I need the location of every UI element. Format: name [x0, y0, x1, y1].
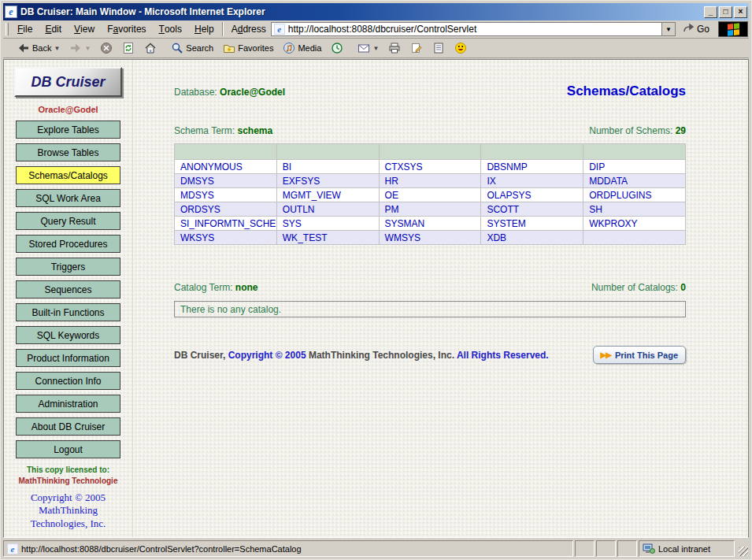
mail-icon: [357, 42, 370, 54]
sidebar-item-connection-info[interactable]: Connection Info: [16, 372, 120, 390]
schema-cell[interactable]: SI_INFORMTN_SCHEMA: [175, 217, 277, 231]
schema-cell[interactable]: DMSYS: [175, 174, 277, 188]
status-page-icon: e: [7, 543, 18, 554]
schema-cell[interactable]: WK_TEST: [276, 231, 379, 245]
schema-cell[interactable]: CTXSYS: [379, 160, 481, 174]
schema-cell[interactable]: OLAPSYS: [481, 188, 583, 202]
schema-cell[interactable]: SYS: [276, 217, 379, 231]
schema-cell[interactable]: SH: [583, 202, 686, 217]
menu-help[interactable]: Help: [188, 20, 220, 38]
search-button[interactable]: Search: [166, 39, 218, 57]
schema-term-label: Schema Term:: [174, 125, 235, 136]
menu-view[interactable]: View: [68, 20, 101, 38]
address-bar[interactable]: e http://localhost:8088/dbcruiser/Contro…: [271, 22, 676, 36]
schema-cell[interactable]: WKPROXY: [583, 217, 686, 231]
schema-cell[interactable]: ORDPLUGINS: [583, 188, 686, 202]
schema-cell[interactable]: HR: [379, 174, 481, 188]
home-button[interactable]: [139, 39, 161, 57]
toolbar-grip[interactable]: [6, 23, 9, 35]
sidebar-item-sequences[interactable]: Sequences: [16, 280, 120, 299]
schema-cell[interactable]: [583, 231, 686, 245]
stop-button[interactable]: [95, 39, 117, 57]
menu-tools[interactable]: Tools: [153, 20, 188, 38]
favorites-button[interactable]: Favorites: [218, 39, 278, 57]
menu-file[interactable]: File: [11, 20, 39, 38]
schema-cell[interactable]: EXFSYS: [276, 174, 379, 188]
menu-bar: File Edit View Favorites Tools Help Addr…: [3, 20, 749, 39]
back-button[interactable]: Back ▼: [13, 39, 65, 57]
footer-app-name: DB Cruiser,: [174, 350, 225, 361]
table-header-row: [175, 144, 686, 160]
minimize-button[interactable]: _: [704, 6, 717, 18]
media-button[interactable]: Media: [278, 39, 326, 57]
refresh-button[interactable]: [117, 39, 139, 57]
schema-term: Schema Term: schema: [174, 125, 272, 136]
status-url-pane: e http://localhost:8088/dbcruiser/Contro…: [3, 540, 573, 557]
schema-cell[interactable]: DIP: [583, 160, 686, 174]
sidebar-item-built-in-functions[interactable]: Built-in Functions: [16, 303, 120, 321]
print-button-toolbar[interactable]: [383, 39, 406, 57]
database-value: Oracle@Godel: [220, 87, 285, 98]
schema-cell[interactable]: MDSYS: [175, 188, 277, 202]
schema-cell[interactable]: ORDSYS: [175, 202, 277, 217]
edit-button[interactable]: [406, 39, 428, 57]
favorites-icon: [223, 42, 235, 54]
schema-cell[interactable]: SYSMAN: [379, 217, 481, 231]
media-label: Media: [298, 43, 321, 53]
forward-button[interactable]: ▼: [65, 39, 95, 57]
history-button[interactable]: [326, 39, 348, 57]
schema-cell[interactable]: DBSNMP: [481, 160, 583, 174]
navigation-toolbar: Back ▼ ▼ Search Favorites Media: [3, 39, 749, 58]
schema-cell[interactable]: MDDATA: [583, 174, 686, 188]
go-button[interactable]: Go: [676, 20, 717, 38]
mail-dropdown-icon[interactable]: ▼: [372, 45, 379, 52]
sidebar-item-administration[interactable]: Administration: [16, 395, 120, 413]
back-icon: [17, 42, 30, 54]
schema-cell[interactable]: SYSTEM: [481, 217, 583, 231]
sidebar-item-stored-procedures[interactable]: Stored Procedures: [16, 235, 120, 253]
schema-cell[interactable]: OUTLN: [276, 202, 379, 217]
sidebar-item-browse-tables[interactable]: Browse Tables: [16, 143, 120, 161]
back-dropdown-icon[interactable]: ▼: [54, 45, 60, 52]
sidebar-item-triggers[interactable]: Triggers: [16, 258, 120, 276]
footer-copyright-year: Copyright © 2005: [228, 350, 306, 361]
browser-window: e DB Cruiser: Main Window - Microsoft In…: [0, 0, 752, 560]
maximize-button[interactable]: □: [719, 6, 732, 18]
schema-cell[interactable]: WMSYS: [379, 231, 481, 245]
address-url[interactable]: http://localhost:8088/dbcruiser/ControlS…: [288, 24, 658, 35]
schema-cell[interactable]: SCOTT: [481, 202, 583, 217]
schema-cell[interactable]: WKSYS: [175, 231, 277, 245]
table-row: WKSYS WK_TEST WMSYS XDB: [175, 231, 686, 245]
schema-count-value: 29: [676, 125, 686, 136]
sidebar-item-query-result[interactable]: Query Result: [16, 212, 120, 230]
menu-edit[interactable]: Edit: [39, 20, 68, 38]
sidebar-item-schemas-catalogs[interactable]: Schemas/Catalogs: [16, 166, 120, 184]
local-intranet-icon: [643, 543, 655, 554]
schema-cell[interactable]: ANONYMOUS: [175, 160, 277, 174]
edit-icon: [410, 42, 423, 54]
page-footer: DB Cruiser, Copyright © 2005 MathThinkin…: [174, 346, 686, 364]
messenger-button[interactable]: [450, 39, 472, 57]
schema-cell[interactable]: MGMT_VIEW: [276, 188, 379, 202]
close-button[interactable]: ×: [734, 6, 747, 18]
schema-cell[interactable]: XDB: [481, 231, 583, 245]
resize-grip[interactable]: [736, 540, 749, 557]
schema-cell[interactable]: PM: [379, 202, 481, 217]
schema-cell[interactable]: OE: [379, 188, 481, 202]
windows-throbber: [718, 21, 748, 37]
sidebar-item-product-information[interactable]: Product Information: [16, 349, 120, 367]
sidebar-item-logout[interactable]: Logout: [16, 440, 120, 458]
address-dropdown-button[interactable]: ▼: [661, 23, 675, 35]
schema-cell[interactable]: IX: [481, 174, 583, 188]
schema-cell[interactable]: BI: [276, 160, 379, 174]
print-arrows-icon: ▶▶: [601, 350, 611, 359]
mail-button[interactable]: ▼: [353, 39, 383, 57]
status-pane-1: [575, 540, 595, 557]
sidebar-item-sql-keywords[interactable]: SQL Keywords: [16, 326, 120, 344]
sidebar-item-explore-tables[interactable]: Explore Tables: [16, 121, 120, 139]
menu-favorites[interactable]: Favorites: [101, 20, 152, 38]
sidebar-item-sql-work-area[interactable]: SQL Work Area: [16, 189, 120, 207]
print-this-page-button[interactable]: ▶▶ Print This Page: [593, 346, 686, 364]
discuss-button[interactable]: [428, 39, 450, 57]
sidebar-item-about-db-cruiser[interactable]: About DB Cruiser: [16, 417, 120, 436]
